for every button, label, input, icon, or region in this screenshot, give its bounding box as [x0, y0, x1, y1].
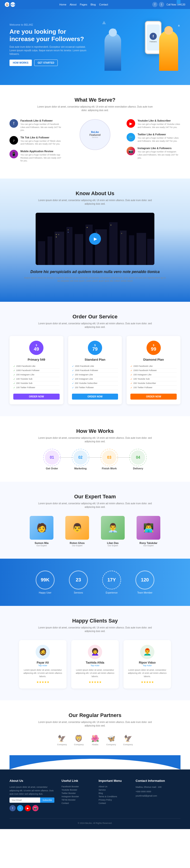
- standard-features: 1500 Facebook Like 1500 Facebook Followe…: [72, 364, 118, 390]
- dia-feature-0: 1500 Facebook Like: [130, 364, 177, 369]
- team-name-2: Lilan Das: [97, 541, 128, 545]
- std-feature-2: 150 Instagram Like: [72, 373, 118, 377]
- know-title: Know About Us: [9, 190, 181, 196]
- footer-important-3[interactable]: Terms & Conditions: [99, 795, 128, 798]
- hero-section: Welcome to BELIKE Are you looking for in…: [0, 9, 190, 85]
- serve-ig-text: Instagram Like & Followers You can get a…: [137, 147, 181, 159]
- team-sub: Lorem ipsum dolor sit amet, consectetur …: [36, 502, 154, 509]
- nav-blog[interactable]: Blog: [91, 3, 96, 6]
- partners-title: Our Regular Partners: [9, 712, 181, 718]
- step-1-circle: 01: [45, 451, 59, 465]
- footer-useful-1[interactable]: Youtube Booster: [62, 789, 91, 791]
- primary-price: $ 49: [29, 341, 43, 355]
- stats-section: 99K Happy User 23 Services 17Y Experienc…: [0, 559, 190, 606]
- diamond-amount: 99: [151, 347, 156, 351]
- standard-plan-name: Standard Plan: [72, 358, 118, 361]
- footer-useful-0[interactable]: Facebook Booster: [62, 785, 91, 788]
- serve-right: ▶ Youtube Like & Subscriber You can get …: [127, 119, 181, 163]
- know-sub: Lorem ipsum dolor sit amet, consectetur …: [36, 198, 154, 206]
- order-title: Order Our Service: [9, 314, 181, 320]
- avatar-img-1: 👨: [65, 516, 89, 540]
- footer-facebook-icon[interactable]: f: [9, 805, 16, 811]
- hero-text: Welcome to BELIKE Are you looking for in…: [9, 23, 90, 66]
- team-role-0: Our Expert: [26, 545, 57, 547]
- testimonials-sub: Lorem ipsum dolor sit amet, consectetur …: [36, 626, 154, 633]
- testimonial-1: 👩‍🦱 Taohida Afida Top Actor Lorem ipsum …: [71, 640, 119, 689]
- team-role-2: Our Expert: [97, 545, 128, 547]
- footer-subscribe-button[interactable]: Subscribe: [40, 798, 54, 803]
- footer-useful-5[interactable]: Contact: [62, 802, 91, 804]
- footer-instagram-icon[interactable]: 📷: [32, 805, 38, 811]
- footer-contact: Contact Information Madina, Dhonus road …: [136, 779, 181, 811]
- nav-pages[interactable]: Pages: [80, 3, 87, 6]
- phone-label: Followers: [150, 41, 157, 42]
- get-started-button[interactable]: GET STARTED: [34, 60, 58, 66]
- how-works-button[interactable]: HOW WORKS: [9, 60, 32, 66]
- team-avatar-1: 👨: [65, 516, 89, 540]
- nav-about[interactable]: About: [70, 3, 76, 6]
- connector-2: [88, 457, 102, 458]
- stat-value-3: 120: [141, 577, 149, 583]
- partner-2: 🌺 Ababa: [91, 735, 99, 746]
- footer-about: About Us Lorem ipsum dolor sit amet, con…: [9, 779, 54, 811]
- team-name-3: Rony Talukdar: [133, 541, 164, 545]
- facebook-nav-icon[interactable]: f: [152, 2, 157, 7]
- feature-2: 150 Instagram Like: [13, 373, 60, 377]
- connector-1: [59, 457, 73, 458]
- footer-social-icons: f t ▶ 📷: [9, 805, 54, 811]
- footer-important-5[interactable]: Contact: [99, 802, 128, 804]
- footer-important-2[interactable]: Blog: [99, 792, 128, 795]
- footer-important-1[interactable]: Service: [99, 789, 128, 791]
- step-2-label: Marketing: [74, 467, 87, 470]
- footer-youtube-icon[interactable]: ▶: [25, 805, 31, 811]
- step-4-circle: 04: [131, 451, 145, 465]
- nav-home[interactable]: Home: [59, 3, 66, 6]
- dia-feature-5: 150 Twitter Follower: [130, 385, 177, 390]
- step-1-wrap: 01 Get Order: [45, 451, 59, 470]
- serve-section: What We Serve? Lorem ipsum dolor sit ame…: [0, 85, 190, 179]
- play-button[interactable]: [89, 233, 101, 245]
- tiktok-icon: ♪: [9, 136, 18, 145]
- footer-email-input[interactable]: [9, 798, 40, 803]
- mobile-icon: 📱: [9, 150, 18, 158]
- partners-grid: 🦅 Company 🦁 Company 🌺 Ababa 🦋 Company 🦅 …: [9, 735, 181, 746]
- footer-important-0[interactable]: About Us: [99, 785, 128, 788]
- stat-3: 120 Team Member: [135, 570, 154, 594]
- std-feature-5: 150 Twitter Follower: [72, 385, 118, 390]
- serve-yt: ▶ Youtube Like & Subscriber You can get …: [127, 119, 181, 129]
- footer-twitter-icon[interactable]: t: [17, 805, 23, 811]
- footer-useful-2[interactable]: Twitter Booster: [62, 792, 91, 795]
- serve-ig: 📷 Instagram Like & Followers You can get…: [127, 147, 181, 159]
- footer-useful-3[interactable]: Instagram Booster: [62, 795, 91, 798]
- team-section: Our Expert Team Lorem ipsum dolor sit am…: [0, 482, 190, 559]
- know-quote-section: Dolore hic perspiciatis ad quidem totam …: [24, 270, 166, 283]
- primary-order-button[interactable]: ORDER NOW: [13, 394, 60, 400]
- order-sub: Lorem ipsum dolor sit amet, consectetur …: [36, 322, 154, 329]
- team-grid: 🧑 Sumon Mia Our Expert 👨 Roton Ghos Our …: [9, 516, 181, 547]
- nav-contact[interactable]: Contact: [99, 3, 108, 6]
- phone-fb-icon: f: [150, 33, 157, 40]
- hero-decor: [102, 21, 106, 25]
- twitter-nav-icon[interactable]: t: [159, 2, 164, 7]
- footer-useful-4[interactable]: TikTok Booster: [62, 799, 91, 801]
- know-section: Know About Us Lorem ipsum dolor sit amet…: [0, 179, 190, 302]
- serve-tw-text: Twitter Like & Follower You can get a hu…: [137, 133, 181, 143]
- team-role-3: Our Expert: [133, 545, 164, 547]
- phone-screen: f Followers: [147, 25, 160, 51]
- footer-email: yourEmail@gmail.com: [136, 794, 181, 798]
- avatar-img-2: 👨‍💼: [101, 516, 125, 540]
- footer-useful-title: Useful Link: [62, 779, 91, 782]
- footer-important-4[interactable]: Privacy Policy: [99, 799, 128, 801]
- testimonial-stars-1: ★★★★★: [75, 680, 115, 684]
- diamond-order-button[interactable]: ORDER NOW: [130, 394, 177, 400]
- footer: About Us Lorem ipsum dolor sit amet, con…: [0, 770, 190, 829]
- partners-section: Our Regular Partners Lorem ipsum dolor s…: [0, 701, 190, 770]
- stat-circle-0: 99K: [36, 570, 55, 590]
- team-avatar-0: 🧑: [30, 516, 54, 540]
- standard-order-button[interactable]: ORDER NOW: [72, 394, 118, 400]
- hero-visual: f Followers ▲ ▼: [100, 19, 181, 71]
- works-sub: Lorem ipsum dolor sit amet, consectetur …: [36, 436, 154, 443]
- testimonial-2: 👨‍🦰 Ripon Viduo Top Actor Lorem ipsum do…: [124, 640, 171, 689]
- testimonial-stars-0: ★★★★★: [23, 680, 63, 684]
- nav-call: Call Now: 044130: [166, 3, 185, 6]
